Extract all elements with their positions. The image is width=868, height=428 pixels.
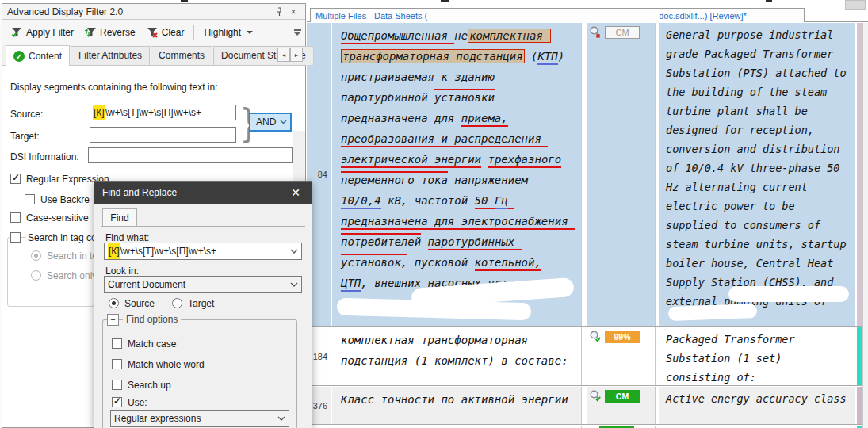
tab-find[interactable]: Find (102, 208, 137, 227)
close-icon[interactable]: × (286, 6, 300, 18)
dialog-target-label: Target (188, 298, 214, 309)
segment-grid: 84 Общепромышленная некомплектная трансф… (307, 23, 868, 428)
target-label: Target: (10, 131, 40, 142)
apply-filter-label: Apply Filter (26, 27, 74, 38)
target-cell[interactable]: Active energy accuracy class (659, 387, 855, 424)
look-in-combobox[interactable]: Current Document (104, 276, 302, 293)
pin-icon[interactable] (272, 6, 286, 18)
source-segment-text: Общепромышленная некомплектная трансформ… (341, 25, 572, 314)
backreference-checkbox[interactable] (25, 194, 35, 204)
filter-toolbar: Apply Filter Reverse Clear Highlight (2, 20, 305, 45)
tab-scroll-right-icon[interactable]: ► (290, 48, 303, 62)
review-rejected-icon (589, 25, 602, 39)
source-cell[interactable]: Класс точности по активной энергии (332, 387, 582, 424)
screenshot-root: Advanced Display Filter 2.0 × Apply Filt… (0, 0, 868, 428)
cropped-toolbar-mark (441, 0, 449, 2)
segment-status-strip (857, 387, 862, 424)
regex-checkbox[interactable] (10, 174, 21, 184)
find-what-label: Find what: (105, 232, 149, 243)
source-label: Source: (10, 109, 43, 120)
highlight-label: Highlight (204, 27, 241, 38)
green-check-icon: ✓ (13, 51, 25, 62)
and-label: AND (256, 117, 276, 128)
redaction-mark (668, 304, 758, 321)
filter-tabstrip: ✓ Content Filter Attributes Comments Doc… (2, 45, 305, 66)
highlight-dropdown-button[interactable]: Highlight (200, 24, 257, 41)
target-cell[interactable]: Packaged Transformer Substation (1 set) … (659, 327, 855, 385)
dialog-titlebar[interactable]: Find and Replace ✕ (94, 182, 312, 204)
search-in-tag-checkbox[interactable] (10, 232, 21, 243)
close-icon[interactable]: ✕ (288, 186, 304, 199)
status-cell: 99% (587, 327, 656, 385)
find-regex-highlight: [К] (108, 243, 120, 259)
reverse-filter-button[interactable]: Reverse (81, 24, 140, 41)
document-tabstrip: Multiple Files - Data Sheets (doc.sdlxli… (307, 8, 868, 22)
target-cell[interactable]: General purpose industrial grade Package… (659, 23, 855, 326)
look-in-value: Current Document (108, 279, 185, 290)
source-cell[interactable]: Общепромышленная некомплектная трансформ… (332, 23, 582, 326)
use-value: Regular expressions (114, 413, 201, 424)
document-tab-prefix: Multiple Files - Data Sheets ( (315, 11, 427, 21)
dsi-input[interactable] (88, 147, 293, 163)
toolbar-overflow-button[interactable] (291, 26, 304, 39)
find-regex-rest: \w+\s[Т]\w+\s[П]\w+\s+ (120, 246, 216, 257)
match-badge: 99% (605, 331, 640, 343)
source-cell[interactable]: комплектная трансформаторная подстанция … (332, 327, 582, 385)
tab-scroll-left-icon[interactable]: ◄ (277, 48, 290, 62)
segment-status-strip (857, 327, 862, 385)
search-up-label: Search up (128, 380, 171, 391)
status-cell: CM (587, 387, 656, 424)
find-what-combobox[interactable]: [К]\w+\s[Т]\w+\s[П]\w+\s+ (104, 243, 302, 260)
editor-area: Multiple Files - Data Sheets (doc.sdlxli… (307, 0, 868, 428)
match-case-label: Match case (128, 338, 176, 350)
funnel-x-icon (147, 27, 159, 38)
dialog-target-radio[interactable] (172, 298, 182, 308)
review-approved-icon (589, 389, 602, 403)
reverse-filter-label: Reverse (100, 27, 136, 38)
dsi-label: DSI Information: (10, 151, 79, 162)
tab-content[interactable]: ✓ Content (6, 45, 70, 66)
tab-comments[interactable]: Comments (151, 46, 212, 65)
source-segment-text: комплектная трансформаторная подстанция … (341, 330, 572, 371)
target-segment-text: Packaged Transformer Substation (1 set) … (666, 330, 851, 387)
segment-row: 84 Общепромышленная некомплектная трансф… (307, 23, 862, 327)
chevron-down-icon (247, 31, 253, 34)
target-segment-text: General purpose industrial grade Package… (666, 25, 851, 311)
panel-titlebar: Advanced Display Filter 2.0 × (2, 4, 305, 20)
search-in-text-radio[interactable] (31, 250, 41, 261)
redaction-mark (728, 286, 849, 302)
apply-filter-button[interactable]: Apply Filter (7, 24, 78, 41)
source-segment-text: Класс точности по активной энергии (341, 389, 572, 410)
collapse-button[interactable]: − (107, 314, 119, 326)
tab-scroll-buttons: ◄ ► (277, 48, 303, 62)
cropped-toolbar-button (845, 0, 866, 10)
match-whole-word-label: Match whole word (128, 359, 205, 370)
toolbar-separator (193, 25, 194, 40)
use-combobox[interactable]: Regular expressions (110, 410, 289, 427)
case-sensitive-checkbox[interactable] (10, 212, 21, 223)
segment-row: 184 комплектная трансформаторная подстан… (307, 327, 862, 386)
use-checkbox[interactable] (112, 397, 122, 407)
clear-filter-button[interactable]: Clear (143, 24, 189, 41)
document-tab[interactable]: Multiple Files - Data Sheets (doc.sdlxli… (310, 8, 805, 22)
target-input[interactable] (90, 127, 236, 143)
intro-text: Display segments containing the followin… (10, 82, 217, 93)
tabstrip-line (101, 226, 305, 227)
segment-row: 376 Класс точности по активной энергии C… (307, 387, 862, 425)
tab-filter-attributes[interactable]: Filter Attributes (71, 46, 150, 65)
search-only-label: Search only (47, 270, 97, 281)
search-only-radio[interactable] (31, 270, 41, 281)
backreference-label: Use Backre (40, 194, 90, 205)
match-badge: CM (605, 390, 640, 403)
match-case-checkbox[interactable] (112, 338, 122, 349)
review-approved-icon (589, 330, 602, 343)
funnel-check-icon (11, 27, 23, 38)
source-input[interactable]: [К]\w+\s[Т]\w+\s[П]\w+\s+ (90, 105, 236, 120)
case-sensitive-label: Case-sensitive (26, 212, 89, 224)
match-whole-word-checkbox[interactable] (112, 359, 122, 369)
document-tab-suffix: doc.sdlxlif...) [Review]* (659, 11, 747, 21)
and-operator-dropdown[interactable]: AND (249, 113, 292, 132)
search-up-checkbox[interactable] (112, 380, 122, 390)
funnel-arrows-icon (85, 27, 97, 38)
dialog-source-radio[interactable] (109, 298, 119, 308)
